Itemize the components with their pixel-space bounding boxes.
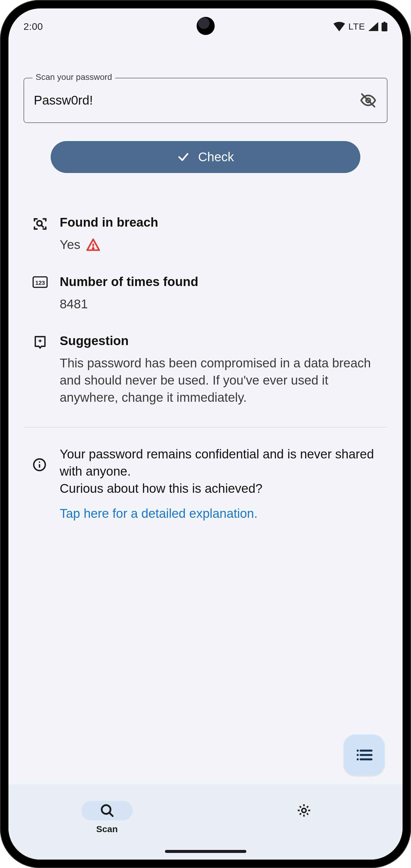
- svg-text:123: 123: [35, 279, 45, 286]
- svg-point-21: [302, 808, 306, 812]
- info-text: Your password remains confidential and i…: [60, 446, 378, 497]
- nav-settings[interactable]: Settings: [206, 784, 403, 860]
- assistant-icon: [33, 335, 48, 352]
- svg-rect-1: [384, 22, 385, 23]
- nav-scan[interactable]: Scan: [8, 784, 206, 860]
- screen: 2:00 LTE Scan your password: [8, 8, 403, 860]
- wifi-icon: [333, 22, 345, 31]
- scan-icon: [33, 216, 48, 233]
- svg-point-17: [356, 754, 358, 756]
- result-suggestion: Suggestion This password has been compro…: [33, 334, 378, 406]
- gesture-handle[interactable]: [165, 850, 246, 853]
- battery-icon: [381, 22, 387, 31]
- result-count-value: 8481: [60, 296, 378, 313]
- signal-icon: [368, 22, 378, 31]
- result-title: Suggestion: [60, 334, 378, 348]
- svg-rect-0: [381, 23, 387, 31]
- confidentiality-info: Your password remains confidential and i…: [33, 446, 378, 497]
- main-content: Scan your password Check: [8, 44, 403, 784]
- password-input[interactable]: [34, 93, 359, 107]
- password-field-label: Scan your password: [33, 72, 115, 82]
- result-breach-value: Yes: [60, 236, 378, 253]
- result-count: 123 Number of times found 8481: [33, 275, 378, 313]
- network-label: LTE: [348, 22, 365, 32]
- svg-point-18: [356, 758, 358, 761]
- svg-line-20: [109, 812, 113, 816]
- nav-label: Scan: [96, 824, 118, 834]
- status-time: 2:00: [24, 21, 43, 32]
- result-suggestion-text: This password has been compromised in a …: [60, 355, 378, 406]
- result-title: Found in breach: [60, 215, 378, 230]
- bottom-nav: Scan Settings: [8, 784, 403, 860]
- divider: [24, 427, 387, 428]
- result-title: Number of times found: [60, 275, 378, 289]
- toggle-visibility-button[interactable]: [359, 91, 377, 110]
- check-button-label: Check: [198, 150, 234, 164]
- svg-point-7: [93, 248, 94, 249]
- phone-frame: 2:00 LTE Scan your password: [0, 0, 411, 868]
- eye-off-icon: [360, 92, 377, 109]
- search-icon: [99, 803, 115, 818]
- warning-icon: [86, 238, 100, 252]
- svg-line-5: [41, 225, 43, 227]
- list-icon: [355, 748, 373, 762]
- explanation-link[interactable]: Tap here for a detailed explanation.: [33, 506, 378, 521]
- info-icon: [33, 458, 48, 473]
- password-field[interactable]: Scan your password: [24, 78, 387, 123]
- number-icon: 123: [33, 276, 48, 290]
- status-icons: LTE: [333, 22, 387, 32]
- svg-point-16: [356, 749, 358, 752]
- svg-point-12: [39, 462, 40, 463]
- check-button[interactable]: Check: [51, 141, 360, 173]
- result-breach: Found in breach Yes: [33, 215, 378, 253]
- list-fab[interactable]: [344, 735, 384, 775]
- gear-icon: [296, 803, 312, 818]
- camera-cutout: [197, 17, 215, 35]
- results-section: Found in breach Yes 123: [24, 215, 387, 521]
- check-icon: [177, 151, 190, 163]
